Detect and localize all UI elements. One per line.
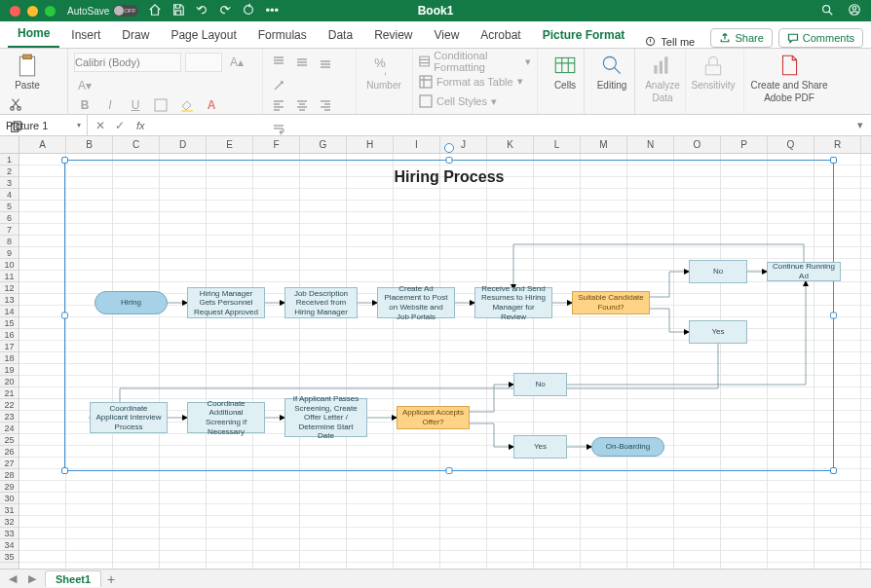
font-name-select[interactable] xyxy=(74,53,181,72)
row-header[interactable]: 29 xyxy=(0,481,19,493)
minimize-window[interactable] xyxy=(27,6,38,17)
col-header[interactable]: B xyxy=(66,136,113,153)
paste-button[interactable]: Paste xyxy=(6,53,49,91)
row-header[interactable]: 9 xyxy=(0,247,19,259)
home-icon[interactable] xyxy=(148,3,162,19)
fx-label[interactable]: fx xyxy=(136,120,145,131)
row-header[interactable]: 5 xyxy=(0,201,19,212)
analyze-data-button[interactable]: Analyze Data xyxy=(641,53,684,103)
row-header[interactable]: 14 xyxy=(0,306,19,317)
tab-data[interactable]: Data xyxy=(319,22,362,48)
tab-review[interactable]: Review xyxy=(364,22,422,48)
add-sheet-button[interactable]: + xyxy=(107,571,115,587)
row-header[interactable]: 10 xyxy=(0,259,19,271)
tab-page-layout[interactable]: Page Layout xyxy=(161,22,246,48)
col-header[interactable]: N xyxy=(627,136,674,153)
align-top-icon[interactable] xyxy=(269,53,288,72)
row-header[interactable]: 7 xyxy=(0,224,19,236)
row-header[interactable]: 18 xyxy=(0,352,19,364)
row-header[interactable]: 8 xyxy=(0,236,19,247)
rotate-handle[interactable] xyxy=(444,143,454,153)
align-left-icon[interactable] xyxy=(269,95,288,115)
col-header[interactable]: O xyxy=(674,136,721,153)
align-middle-icon[interactable] xyxy=(292,53,312,72)
col-header[interactable]: I xyxy=(394,136,440,153)
cancel-formula-icon[interactable]: ✕ xyxy=(95,119,105,132)
row-header[interactable]: 12 xyxy=(0,282,19,294)
italic-button[interactable]: I xyxy=(99,95,121,115)
search-icon[interactable] xyxy=(820,3,834,18)
cut-icon[interactable] xyxy=(6,94,25,114)
autosave-toggle[interactable]: AutoSave OFF xyxy=(67,5,138,17)
row-header[interactable]: 3 xyxy=(0,177,19,189)
row-header[interactable]: 6 xyxy=(0,212,19,224)
row-header[interactable]: 33 xyxy=(0,528,19,539)
col-header[interactable]: L xyxy=(534,136,581,153)
col-header[interactable]: G xyxy=(300,136,347,153)
resize-handle[interactable] xyxy=(446,467,453,474)
row-header[interactable]: 32 xyxy=(0,516,19,528)
col-header[interactable]: P xyxy=(721,136,768,153)
format-as-table-button[interactable]: Format as Table ▾ xyxy=(419,73,531,91)
expand-formula-bar-icon[interactable]: ▾ xyxy=(850,119,871,131)
tab-picture-format[interactable]: Picture Format xyxy=(533,22,635,48)
row-header[interactable]: 34 xyxy=(0,539,19,551)
decrease-font-icon[interactable]: A▾ xyxy=(74,76,95,95)
row-header[interactable]: 31 xyxy=(0,504,19,516)
tab-acrobat[interactable]: Acrobat xyxy=(471,22,530,48)
col-header[interactable]: C xyxy=(113,136,160,153)
tell-me[interactable]: Tell me xyxy=(644,35,695,48)
underline-button[interactable]: U xyxy=(125,95,146,115)
sheet-nav-prev-icon[interactable]: ◀ xyxy=(6,572,19,586)
more-icon[interactable]: ••• xyxy=(265,3,279,19)
row-header[interactable]: 35 xyxy=(0,551,19,563)
cell-styles-button[interactable]: Cell Styles ▾ xyxy=(419,92,531,110)
resize-handle[interactable] xyxy=(830,157,837,164)
row-header[interactable]: 15 xyxy=(0,317,19,329)
row-header[interactable]: 27 xyxy=(0,458,19,469)
cells-area[interactable]: Hiring Process xyxy=(19,154,871,569)
tab-insert[interactable]: Insert xyxy=(61,22,110,48)
resize-handle[interactable] xyxy=(61,467,68,474)
row-header[interactable]: 24 xyxy=(0,423,19,434)
col-header[interactable]: H xyxy=(347,136,394,153)
col-header[interactable]: Q xyxy=(768,136,814,153)
sheet-nav-next-icon[interactable]: ▶ xyxy=(25,572,39,586)
row-header[interactable]: 25 xyxy=(0,434,19,446)
row-header[interactable]: 11 xyxy=(0,271,19,282)
row-header[interactable]: 26 xyxy=(0,446,19,458)
tab-formulas[interactable]: Formulas xyxy=(248,22,317,48)
row-header[interactable]: 2 xyxy=(0,165,19,177)
row-header[interactable]: 1 xyxy=(0,154,19,165)
resize-handle[interactable] xyxy=(446,157,453,164)
col-header[interactable]: A xyxy=(19,136,66,153)
fill-color-button[interactable] xyxy=(175,95,197,115)
wrap-text-icon[interactable] xyxy=(269,119,288,138)
comments-button[interactable]: Comments xyxy=(778,28,863,48)
row-header[interactable]: 13 xyxy=(0,294,19,306)
resize-handle[interactable] xyxy=(830,312,837,319)
col-header[interactable]: K xyxy=(487,136,534,153)
resize-handle[interactable] xyxy=(61,312,68,319)
tab-draw[interactable]: Draw xyxy=(112,22,159,48)
save-icon[interactable] xyxy=(171,3,185,19)
increase-font-icon[interactable]: A▴ xyxy=(226,53,247,72)
tab-home[interactable]: Home xyxy=(8,20,59,48)
row-header[interactable]: 19 xyxy=(0,364,19,376)
font-size-select[interactable] xyxy=(185,53,222,72)
col-header[interactable]: R xyxy=(814,136,861,153)
row-header[interactable]: 30 xyxy=(0,493,19,504)
sheet-tab[interactable]: Sheet1 xyxy=(45,570,101,587)
editing-button[interactable]: Editing xyxy=(590,53,633,91)
name-box[interactable]: Picture 1▾ xyxy=(0,115,88,135)
align-bottom-icon[interactable] xyxy=(316,53,335,72)
align-right-icon[interactable] xyxy=(316,95,335,115)
row-header[interactable]: 20 xyxy=(0,376,19,387)
adobe-pdf-button[interactable]: Create and Share Adobe PDF xyxy=(750,53,828,103)
row-header[interactable]: 17 xyxy=(0,341,19,352)
close-window[interactable] xyxy=(10,6,20,17)
share-button[interactable]: Share xyxy=(710,28,772,48)
row-header[interactable]: 23 xyxy=(0,411,19,423)
row-header[interactable]: 28 xyxy=(0,469,19,481)
cells-button[interactable]: Cells xyxy=(544,53,587,91)
